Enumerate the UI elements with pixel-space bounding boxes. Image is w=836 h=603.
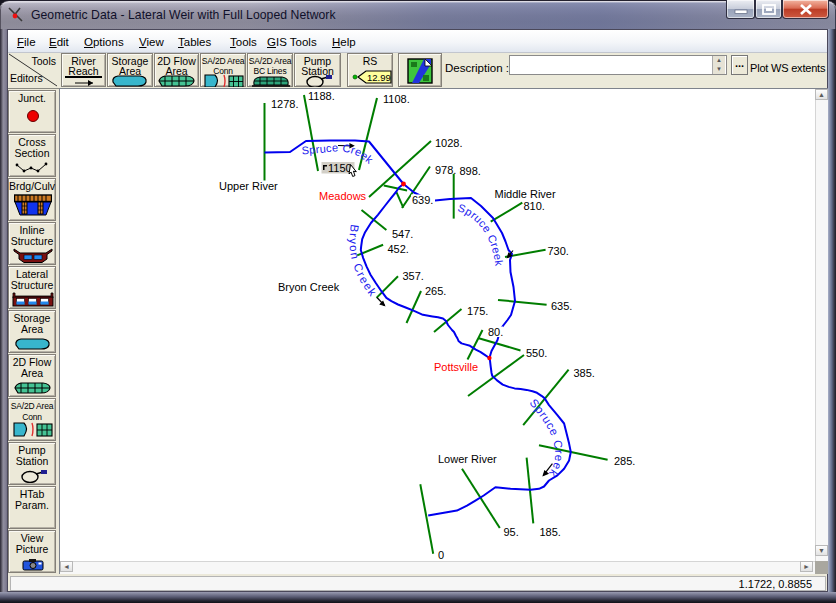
svg-text:1108.: 1108. — [383, 93, 410, 105]
svg-text:978.: 978. — [435, 164, 456, 176]
svg-text:1188.: 1188. — [308, 90, 335, 102]
svg-text:1028.: 1028. — [435, 137, 463, 149]
svg-text:0: 0 — [438, 549, 444, 561]
svg-text:1278.: 1278. — [271, 98, 299, 110]
svg-text:Lower River: Lower River — [438, 453, 497, 465]
svg-text:547.: 547. — [392, 228, 413, 240]
svg-text:265.: 265. — [425, 285, 446, 297]
svg-text:175.: 175. — [467, 305, 488, 317]
svg-text:Spruce Creek: Spruce Creek — [527, 396, 565, 479]
svg-text:185.: 185. — [540, 526, 561, 538]
svg-text:Pottsville: Pottsville — [434, 361, 478, 373]
svg-text:639.: 639. — [412, 194, 433, 206]
svg-text:385.: 385. — [574, 367, 595, 379]
svg-text:550.: 550. — [526, 347, 547, 359]
svg-text:Bryon Creek: Bryon Creek — [278, 281, 340, 293]
svg-text:12.99: 12.99 — [367, 72, 391, 83]
svg-text:898.: 898. — [460, 165, 481, 177]
svg-text:730.: 730. — [548, 245, 569, 257]
svg-text:95.: 95. — [504, 526, 519, 538]
svg-text:Spruce Creek: Spruce Creek — [456, 201, 505, 267]
svg-text:Middle River: Middle River — [495, 188, 556, 200]
svg-text:Meadows: Meadows — [319, 190, 367, 202]
svg-text:357.: 357. — [403, 270, 424, 282]
svg-text:635.: 635. — [551, 300, 572, 312]
svg-text:452.: 452. — [388, 243, 409, 255]
svg-text:Upper River: Upper River — [219, 180, 278, 192]
svg-text:285.: 285. — [614, 455, 635, 467]
svg-text:80.: 80. — [488, 326, 503, 338]
svg-text:810.: 810. — [524, 200, 545, 212]
